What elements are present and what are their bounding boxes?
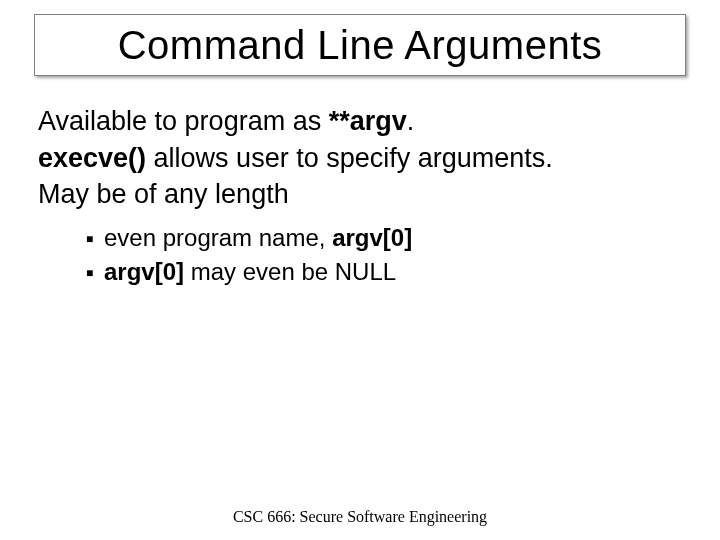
body-line-1: Available to program as **argv. xyxy=(38,104,678,139)
body-line-1-post: . xyxy=(407,106,415,136)
body-line-2-bold: execve() xyxy=(38,143,146,173)
body-line-2-post: allows user to specify arguments. xyxy=(146,143,553,173)
body-line-3: May be of any length xyxy=(38,177,678,212)
body-line-1-pre: Available to program as xyxy=(38,106,329,136)
slide-title: Command Line Arguments xyxy=(118,23,603,68)
sublist: ■even program name, argv[0] ■argv[0] may… xyxy=(38,222,678,289)
sublist-item-1-pre: even program name, xyxy=(104,224,332,251)
square-bullet-icon: ■ xyxy=(86,265,104,281)
sublist-item-1: ■even program name, argv[0] xyxy=(86,222,678,254)
sublist-item-2-bold: argv[0] xyxy=(104,258,184,285)
footer-text: CSC 666: Secure Software Engineering xyxy=(0,508,720,526)
title-box: Command Line Arguments xyxy=(34,14,686,76)
square-bullet-icon: ■ xyxy=(86,231,104,247)
sublist-item-1-bold: argv[0] xyxy=(332,224,412,251)
body-line-2: execve() allows user to specify argument… xyxy=(38,141,678,176)
sublist-item-2: ■argv[0] may even be NULL xyxy=(86,256,678,288)
body-content: Available to program as **argv. execve()… xyxy=(38,104,678,290)
slide: Command Line Arguments Available to prog… xyxy=(0,0,720,540)
sublist-item-2-post: may even be NULL xyxy=(184,258,396,285)
body-line-1-bold: **argv xyxy=(329,106,407,136)
